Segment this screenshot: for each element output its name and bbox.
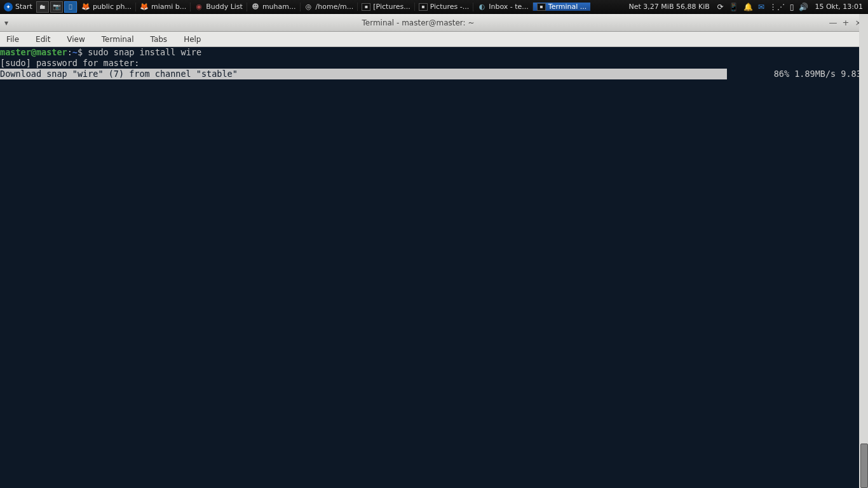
terminal-icon: ▪: [537, 3, 546, 11]
steam-icon: ☻: [251, 3, 260, 11]
firefox-icon: 🦊: [140, 3, 149, 11]
panel-left: ✦ Start 🖿 📷 ⌷ 🦊 public ph... 🦊 miami b..…: [0, 1, 625, 13]
clock[interactable]: 15 Okt, 13:01: [812, 3, 865, 11]
notification-bell-icon[interactable]: 🔔: [742, 3, 754, 11]
terminal-line-sudo: [sudo] password for master:: [0, 58, 868, 69]
taskbar-item-steam-chat[interactable]: ☻ muham...: [247, 3, 300, 11]
wifi-icon[interactable]: ⋮⋰: [768, 3, 786, 11]
taskbar-item-inbox[interactable]: ◐ Inbox - te...: [473, 3, 532, 11]
menu-help[interactable]: Help: [181, 34, 203, 45]
quicklaunch-terminal-icon[interactable]: ⌷: [64, 1, 77, 13]
net-monitor: Net 3,27 MiB 56,88 KiB: [625, 3, 714, 11]
download-label: Download snap "wire" (7) from channel "s…: [0, 69, 238, 79]
terminal-line-progress: Download snap "wire" (7) from channel "s…: [0, 69, 868, 79]
menu-file[interactable]: File: [4, 34, 22, 45]
taskbar-item-firefox-2[interactable]: 🦊 miami b...: [135, 3, 190, 11]
minimize-button[interactable]: —: [829, 18, 837, 27]
scrollbar-thumb[interactable]: [860, 444, 868, 488]
quicklaunch-desktop-icon[interactable]: 🖿: [36, 1, 49, 13]
spiral-icon: ◎: [304, 3, 313, 11]
download-progress-bar: Download snap "wire" (7) from channel "s…: [0, 69, 727, 79]
task-label: Inbox - te...: [489, 3, 529, 11]
task-label: Buddy List: [206, 3, 243, 11]
menu-view[interactable]: View: [64, 34, 87, 45]
system-panel: ✦ Start 🖿 📷 ⌷ 🦊 public ph... 🦊 miami b..…: [0, 0, 868, 14]
sync-icon[interactable]: ⟳: [716, 3, 725, 11]
prompt-user: master@master: [0, 47, 67, 57]
download-stats: 86% 1.89MB/s 9.83s: [769, 69, 868, 79]
task-label: muham...: [262, 3, 296, 11]
terminal-icon: ▪: [362, 3, 370, 11]
terminal-line-prompt: master@master:~$ sudo snap install wire: [0, 47, 868, 58]
task-label: Terminal ...: [548, 3, 587, 11]
window-titlebar[interactable]: ▾ Terminal - master@master: ~ — + ×: [0, 14, 868, 32]
quick-launch: 🖿 📷 ⌷: [36, 1, 77, 13]
task-label: public ph...: [93, 3, 132, 11]
mail-icon: ◐: [477, 3, 486, 11]
task-label: [Pictures...: [373, 3, 410, 11]
quicklaunch-camera-icon[interactable]: 📷: [50, 1, 63, 13]
battery-icon[interactable]: ▯: [789, 3, 796, 11]
prompt-path: ~: [72, 47, 78, 57]
task-label: Pictures -...: [430, 3, 470, 11]
firefox-icon: 🦊: [81, 3, 90, 11]
taskbar-item-buddy-list[interactable]: ◉ Buddy List: [190, 3, 247, 11]
taskbar-item-pictures-1[interactable]: ▪ [Pictures...: [357, 3, 414, 11]
menu-tabs[interactable]: Tabs: [148, 34, 170, 45]
terminal-window: ▾ Terminal - master@master: ~ — + × File…: [0, 14, 868, 488]
task-label: /home/m...: [316, 3, 354, 11]
start-menu-button[interactable]: ✦ Start: [0, 3, 36, 11]
scrollbar-track[interactable]: [859, 14, 868, 488]
command-text: sudo snap install wire: [88, 47, 201, 57]
menu-edit[interactable]: Edit: [33, 34, 53, 45]
task-label: miami b...: [151, 3, 186, 11]
taskbar-item-pictures-2[interactable]: ▪ Pictures -...: [414, 3, 473, 11]
taskbar-item-firefox-1[interactable]: 🦊 public ph...: [77, 3, 135, 11]
xfce-logo-icon: ✦: [4, 3, 13, 11]
window-title: Terminal - master@master: ~: [13, 18, 824, 27]
start-label: Start: [15, 3, 32, 11]
taskbar-item-filemanager[interactable]: ◎ /home/m...: [300, 3, 358, 11]
pidgin-icon: ◉: [194, 3, 203, 11]
terminal-icon: ▪: [419, 3, 428, 11]
taskbar-item-terminal[interactable]: ▪ Terminal ...: [532, 3, 590, 11]
menubar: File Edit View Terminal Tabs Help: [0, 32, 868, 47]
menu-terminal[interactable]: Terminal: [99, 34, 137, 45]
mail-indicator-icon[interactable]: ✉: [757, 3, 766, 11]
prompt-suffix: $: [78, 47, 83, 57]
window-menu-dropdown-icon[interactable]: ▾: [0, 18, 13, 27]
phone-icon[interactable]: 📱: [728, 3, 740, 11]
terminal-viewport[interactable]: master@master:~$ sudo snap install wire …: [0, 47, 868, 488]
maximize-button[interactable]: +: [841, 18, 850, 27]
volume-icon[interactable]: 🔊: [797, 3, 810, 11]
panel-right: Net 3,27 MiB 56,88 KiB ⟳ 📱 🔔 ✉ ⋮⋰ ▯ 🔊 15…: [625, 3, 868, 11]
